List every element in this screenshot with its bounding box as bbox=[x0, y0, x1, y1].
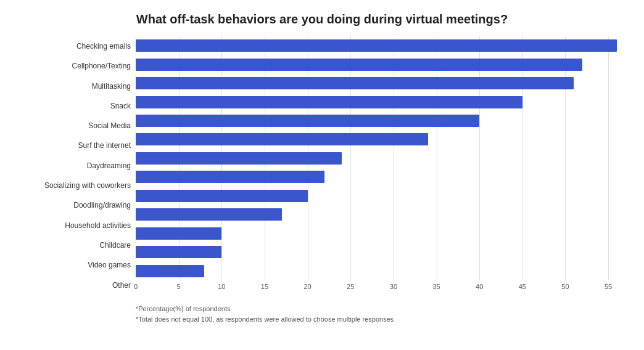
bar-row bbox=[136, 75, 625, 92]
y-label: Socializing with coworkers bbox=[19, 177, 131, 194]
y-label: Video games bbox=[19, 256, 131, 274]
bar-row bbox=[136, 112, 625, 129]
y-label: Doodling/drawing bbox=[19, 197, 131, 214]
bars-wrapper bbox=[136, 36, 625, 280]
bar-row bbox=[136, 243, 625, 261]
bar bbox=[136, 115, 479, 127]
bar bbox=[136, 39, 617, 52]
y-labels: Checking emailsCellphone/TextingMultitas… bbox=[19, 36, 136, 295]
chart-container: What off-task behaviors are you doing du… bbox=[0, 0, 644, 350]
x-tick: 5 bbox=[177, 283, 181, 290]
bar bbox=[136, 246, 221, 258]
y-label: Childcare bbox=[19, 237, 131, 254]
chart-title: What off-task behaviors are you doing du… bbox=[19, 12, 625, 26]
y-label: Snack bbox=[19, 97, 131, 115]
y-label: Cellphone/Texting bbox=[19, 57, 131, 75]
x-tick: 35 bbox=[432, 283, 440, 290]
bar bbox=[136, 152, 342, 165]
bar bbox=[136, 190, 308, 202]
x-tick: 20 bbox=[303, 283, 311, 290]
bar-row bbox=[136, 262, 625, 280]
bar-row bbox=[136, 131, 625, 148]
x-tick: 50 bbox=[561, 283, 569, 290]
chart-area: Checking emailsCellphone/TextingMultitas… bbox=[19, 36, 625, 295]
bar-row bbox=[136, 56, 625, 73]
bar bbox=[136, 133, 428, 145]
bar bbox=[136, 265, 204, 277]
bar-row bbox=[136, 37, 625, 54]
bar bbox=[136, 171, 324, 183]
footnotes: *Percentage(%) of respondents*Total does… bbox=[19, 304, 625, 324]
x-tick: 30 bbox=[390, 283, 397, 290]
bars-section: 0510152025303540455055 bbox=[136, 36, 625, 295]
x-tick: 40 bbox=[476, 283, 483, 290]
bar bbox=[136, 96, 522, 108]
y-label: Checking emails bbox=[19, 38, 131, 55]
bar-row bbox=[136, 168, 625, 185]
y-label: Daydreaming bbox=[19, 157, 131, 174]
y-label: Multitasking bbox=[19, 78, 131, 95]
x-tick: 10 bbox=[218, 283, 225, 290]
x-tick: 25 bbox=[347, 283, 354, 290]
bar bbox=[136, 208, 282, 221]
bar-row bbox=[136, 225, 625, 242]
y-label: Household activities bbox=[19, 217, 131, 234]
x-tick: 15 bbox=[261, 283, 268, 290]
x-tick: 55 bbox=[605, 283, 612, 290]
y-label: Other bbox=[19, 277, 131, 294]
bar bbox=[136, 227, 221, 240]
y-label: Social Media bbox=[19, 117, 131, 134]
x-tick: 0 bbox=[134, 283, 138, 290]
bar-row bbox=[136, 187, 625, 205]
y-label: Surf the internet bbox=[19, 137, 131, 155]
bar bbox=[136, 77, 574, 89]
bar bbox=[136, 59, 582, 71]
x-tick: 45 bbox=[519, 283, 526, 290]
bar-row bbox=[136, 150, 625, 167]
footnote: *Total does not equal 100, as respondent… bbox=[136, 314, 625, 325]
footnote: *Percentage(%) of respondents bbox=[136, 304, 625, 314]
bar-row bbox=[136, 94, 625, 111]
bar-row bbox=[136, 206, 625, 223]
